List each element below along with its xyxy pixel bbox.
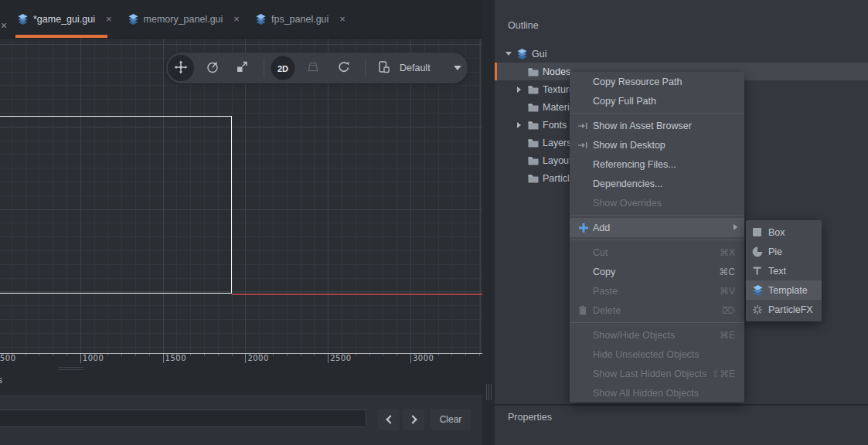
- text-icon: [752, 266, 768, 276]
- 2d-mode-button[interactable]: 2D: [271, 56, 295, 80]
- panel-separator: [495, 404, 868, 406]
- submenu-item-template[interactable]: Template: [746, 280, 822, 300]
- tree-item-label: Gui: [532, 49, 546, 59]
- submenu-item-label: ParticleFX: [768, 304, 813, 315]
- frustum-icon: [306, 61, 320, 76]
- folder-icon: [528, 67, 539, 76]
- tab-list: *game_gui.gui×memory_panel.gui×fps_panel…: [11, 0, 355, 38]
- splitter-grip[interactable]: [58, 369, 83, 370]
- editor-window: × *game_gui.gui×memory_panel.gui×fps_pan…: [0, 0, 868, 445]
- menu-item-copy-full-path[interactable]: Copy Full Path: [570, 91, 744, 110]
- ruler-tick-label: 2000: [247, 354, 268, 362]
- frame-refresh-button[interactable]: [337, 60, 351, 76]
- tab-label: fps_panel.gui: [271, 14, 328, 25]
- close-icon[interactable]: ×: [233, 13, 240, 25]
- display-profile-button[interactable]: [377, 60, 391, 76]
- submenu-item-label: Pie: [768, 246, 782, 257]
- menu-item-label: Show Overrides: [593, 198, 662, 209]
- menu-item-label: Show Last Hidden Objects: [593, 369, 706, 379]
- menu-item-dependencies[interactable]: Dependencies...: [570, 174, 744, 193]
- gui-icon: [516, 48, 528, 60]
- menu-item-show-hide-objects: Show/Hide Objects⌘E: [570, 325, 744, 345]
- gui-file-icon: [255, 13, 267, 25]
- perspective-camera-button[interactable]: [306, 61, 320, 76]
- ruler-tick: [163, 354, 164, 363]
- menu-item-label: Paste: [593, 286, 618, 297]
- under-ruler-strip: s: [0, 363, 482, 396]
- chevron-down-icon[interactable]: [454, 66, 461, 70]
- submenu-item-text[interactable]: Text: [746, 261, 822, 280]
- submenu-item-label: Template: [768, 285, 808, 296]
- tab-fps_panelgui[interactable]: fps_panel.gui×: [249, 0, 355, 38]
- tab-memory_panelgui[interactable]: memory_panel.gui×: [121, 0, 249, 38]
- add-submenu: BoxPieTextTemplateParticleFX: [746, 220, 822, 321]
- menu-item-label: Referencing Files...: [593, 159, 676, 170]
- tab-label: memory_panel.gui: [144, 14, 223, 25]
- menu-item-label: Show in Asset Browser: [593, 121, 692, 131]
- menu-item-copy[interactable]: Copy⌘C: [570, 262, 744, 281]
- tree-item-gui[interactable]: Gui: [495, 45, 868, 63]
- menu-divider: [570, 212, 744, 218]
- context-menu: Copy Resource PathCopy Full PathShow in …: [570, 72, 744, 403]
- menu-item-label: Hide Unselected Objects: [593, 349, 700, 360]
- move-tool-button[interactable]: [168, 55, 194, 81]
- folder-icon: [528, 138, 539, 148]
- search-console-panel: Clear: [0, 396, 482, 445]
- properties-title: Properties: [508, 412, 552, 423]
- menu-item-label: Dependencies...: [593, 178, 662, 189]
- menu-item-copy-resource-path[interactable]: Copy Resource Path: [570, 72, 744, 91]
- menu-item-referencing-files[interactable]: Referencing Files...: [570, 155, 744, 174]
- display-profile-select[interactable]: Default: [400, 53, 431, 83]
- search-input[interactable]: [0, 409, 366, 427]
- submenu-item-pie[interactable]: Pie: [746, 242, 822, 261]
- submenu-item-box[interactable]: Box: [746, 222, 822, 242]
- menu-item-paste: Paste⌘V: [570, 281, 744, 301]
- gui-bounds-rect: [0, 116, 232, 294]
- folder-icon: [528, 103, 539, 112]
- scale-tool-button[interactable]: [235, 60, 249, 76]
- move-icon: [174, 60, 188, 76]
- scale-icon: [235, 60, 249, 76]
- menu-item-label: Cut: [593, 247, 608, 258]
- clipped-panel-label: s: [0, 375, 2, 386]
- expander-right-icon[interactable]: [515, 122, 523, 128]
- scene-viewport[interactable]: 2D Default: [0, 39, 482, 353]
- close-icon[interactable]: ×: [339, 13, 345, 25]
- previous-result-button[interactable]: [378, 409, 400, 430]
- menu-item-label: Show in Desktop: [593, 140, 665, 151]
- close-icon[interactable]: ×: [1, 19, 7, 32]
- gui-icon: [752, 284, 768, 297]
- menu-item-label: Delete: [593, 305, 621, 316]
- clear-button[interactable]: Clear: [431, 409, 471, 430]
- expander-down-icon[interactable]: [505, 52, 512, 56]
- gui-file-icon: [128, 13, 139, 25]
- menu-item-label: Copy: [593, 267, 615, 277]
- menu-item-label: Show All Hidden Objects: [593, 388, 699, 399]
- particlefx-icon: [752, 304, 768, 315]
- menu-item-add[interactable]: Add: [570, 218, 744, 237]
- submenu-item-particlefx[interactable]: ParticleFX: [746, 300, 822, 319]
- menu-item-show-overrides: Show Overrides: [570, 193, 744, 212]
- shortcut-label: ⌘X: [720, 247, 735, 258]
- next-result-button[interactable]: [403, 409, 424, 430]
- horizontal-ruler[interactable]: 50010001500200025003000: [0, 353, 482, 363]
- folder-icon: [528, 156, 539, 165]
- vertical-splitter[interactable]: [482, 0, 495, 445]
- refresh-icon: [337, 60, 351, 76]
- close-icon[interactable]: ×: [106, 13, 112, 25]
- tree-item-label: Nodes: [543, 66, 570, 77]
- ruler-tick-label: 3000: [413, 354, 434, 362]
- menu-item-label: Show/Hide Objects: [593, 330, 675, 341]
- viewport-toolbar: 2D Default: [166, 53, 468, 83]
- 2d-mode-label: 2D: [277, 63, 288, 73]
- expander-right-icon[interactable]: [515, 87, 523, 93]
- menu-item-show-in-desktop[interactable]: Show in Desktop: [570, 135, 744, 155]
- tree-item-label: Layers: [543, 138, 572, 148]
- ruler-tick-label: 1500: [165, 354, 186, 362]
- splitter-grip[interactable]: [58, 367, 83, 368]
- menu-item-hide-unselected-objects: Hide Unselected Objects: [570, 345, 744, 364]
- menu-item-show-in-asset-browser[interactable]: Show in Asset Browser: [570, 116, 744, 135]
- rotate-tool-button[interactable]: [206, 60, 220, 76]
- tab-game_guigui[interactable]: *game_gui.gui×: [11, 0, 121, 38]
- toolbar-divider: [365, 58, 366, 78]
